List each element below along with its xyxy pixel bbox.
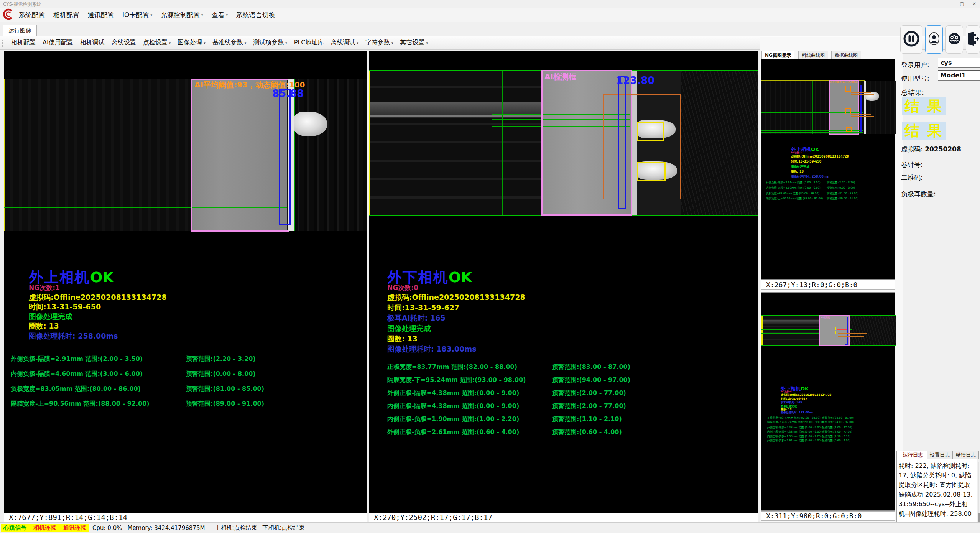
width-value-overlay: 85.88 [272,88,304,99]
tool-spot-check[interactable]: 点检设置▾ [140,39,174,47]
heartbeat-signal: 心跳信号 [3,524,26,531]
toolbar-grip[interactable] [2,39,4,47]
menu-item-language-switch[interactable]: 系统语言切换 [232,8,280,22]
menu-item-io-card-config[interactable]: IO卡配置▾ [118,8,156,22]
menu-item-light-config[interactable]: 光源控制配置▾ [156,8,207,22]
negative-tab-count-label: 负极耳数量: [901,190,936,199]
user-icon [927,30,941,49]
ng-thumbnail-lower[interactable]: AI检测框 外下相机OK NG次数:0 虚拟码:Offline202502081… [761,292,895,511]
total-result-label: 总结果: [901,88,924,97]
chevron-down-icon: ▾ [245,41,247,45]
ai-detect-box-pink [191,79,289,232]
lower-camera-coordinate-bar: X:270;Y:2502;R:17;G:17;B:17 [369,513,758,522]
virtual-code: 虚拟码:Offline20250208133134728 [387,293,525,303]
process-done: 图像处理完成 [387,324,431,334]
tab-run-log[interactable]: 运行日志 [900,451,926,459]
log-panel: 运行日志 设置日志 错误日志 耗时: 222, 缺陷检测耗时: 17, 缺陷分类… [896,451,977,533]
ai-time: 极耳AI耗时: 165 [387,313,446,323]
tool-offline-setting[interactable]: 离线设置 [108,39,140,47]
tool-baseline-params[interactable]: 基准线参数▾ [209,39,250,47]
upper-camera-view[interactable]: AI平均阈值:93，动态阈值:100 85.88 外上相机OK NG次数:1 虚… [4,51,367,513]
minimize-button[interactable]: – [944,0,955,8]
tool-camera-debug[interactable]: 相机调试 [77,39,108,47]
window-title: CYS-视觉检测系统 [3,1,41,8]
users-icon [947,30,961,49]
chevron-down-icon: ▾ [201,8,203,22]
model-field[interactable] [938,70,980,81]
measure-box-blue [618,76,626,209]
upper-camera-coordinate-bar: X:7677;Y:891;R:14;G:14;B:14 [4,513,367,522]
upper-camera-status: 上相机:点检结束 [215,524,257,531]
defect-box-orange [846,127,852,132]
tool-image-process[interactable]: 图像处理▾ [174,39,209,47]
close-button[interactable]: ✕ [968,0,980,8]
process-done: 图像处理完成 [29,312,72,322]
ng-thumb2-coordinate-bar: X:311;Y:980;R:0;G:0;B:0 [761,511,895,521]
pause-button[interactable] [900,25,922,54]
menu-item-camera-config[interactable]: 相机配置 [49,8,84,22]
time-stamp: 时间:13-31-59-650 [29,302,101,312]
menu-item-view[interactable]: 查看▾ [207,8,232,22]
tool-test-params[interactable]: 测试项参数▾ [250,39,291,47]
loop-count: 圈数: 13 [387,334,418,344]
qr-code-label: 二维码: [901,173,923,182]
exit-button[interactable] [966,25,980,54]
ng-thumb1-coordinate-bar: X:267;Y:13;R:0;G:0;B:0 [761,280,895,290]
defect-box-orange [845,86,851,92]
tool-char-params[interactable]: 字符参数▾ [362,39,397,47]
status-bar: 心跳信号 相机连接 通讯连接 Cpu: 0.0% Memory: 3424.41… [0,522,980,533]
camera-connection: 相机连接 [33,524,56,531]
tool-plc-address[interactable]: PLC地址库 [291,39,327,47]
chevron-down-icon: ▾ [285,41,287,45]
lower-camera-status: 下相机:点检结束 [262,524,304,531]
virtual-code-value: 20250208 [925,145,961,153]
tab-settings-log[interactable]: 设置日志 [927,451,953,459]
ng-count: NG次数:0 [387,283,418,292]
process-time: 图像处理耗时: 258.00ms [29,331,118,341]
chevron-down-icon: ▾ [357,41,359,45]
ng-count: NG次数:1 [29,283,60,292]
lower-camera-view[interactable]: AI检测框 123.80 外下相机OK NG次数:0 虚拟码:Offline20… [369,51,758,513]
chevron-down-icon: ▾ [426,41,428,45]
chevron-down-icon: ▾ [150,8,152,22]
process-time: 图像处理耗时: 183.00ms [387,344,477,354]
menu-item-system-config[interactable]: 系统配置 [15,8,49,22]
title-bar: CYS-视觉检测系统 – ▢ ✕ [0,0,980,8]
pause-icon [903,30,920,49]
reference-line-green-vertical [146,79,146,231]
menu-bar: 系统配置 相机配置 通讯配置 IO卡配置▾ 光源控制配置▾ 查看▾ 系统语言切换 [0,8,980,22]
tool-ai-use-config[interactable]: AI使用配置 [39,39,77,47]
menu-item-comm-config[interactable]: 通讯配置 [84,8,118,22]
maximize-button[interactable]: ▢ [956,0,968,8]
tab-metal-blob [294,112,327,136]
chevron-down-icon: ▾ [391,41,393,45]
tab-ng-screenshot[interactable]: NG截图显示 [761,51,794,59]
reference-line-yellow [369,71,370,215]
tab-data-curve[interactable]: 数据曲线图 [831,51,861,59]
measure-box-blue [279,89,291,225]
comm-connection: 通讯连接 [63,524,86,531]
tab-box-yellow [637,122,664,141]
ng-thumbnail-upper[interactable]: AI平均阈值:93，动态阈值:100 外上相机OK NG次数:1 虚拟码:Off… [761,59,895,280]
cpu-usage: Cpu: 0.0% [92,525,122,531]
loop-count: 圈数: 13 [29,321,59,331]
width-value-overlay: 123.80 [616,75,654,86]
login-user-field[interactable] [938,58,980,68]
tool-offline-debug[interactable]: 离线调试▾ [327,39,362,47]
detect-box-orange [603,94,681,199]
signal-chip: 心跳信号 相机连接 通讯连接 [1,524,89,532]
tool-other-settings[interactable]: 其它设置▾ [397,39,432,47]
tab-material-curve[interactable]: 料线曲线图 [798,51,828,59]
chevron-down-icon: ▾ [169,41,171,45]
time-stamp: 时间:13-31-59-627 [387,303,459,313]
view-tab-row: 运行图像 [0,22,980,36]
tab-error-log[interactable]: 错误日志 [953,451,979,459]
user-button[interactable] [925,25,943,54]
tab-run-image[interactable]: 运行图像 [3,25,37,36]
tool-camera-config[interactable]: 相机配置 [8,39,39,47]
reel-number-label: 卷针号: [901,160,923,169]
users-button[interactable] [945,25,963,54]
virtual-code: 虚拟码:Offline20250208133134728 [29,293,167,303]
login-user-label: 登录用户: [901,61,929,69]
result-indicator-2: 结 果 [902,122,946,140]
